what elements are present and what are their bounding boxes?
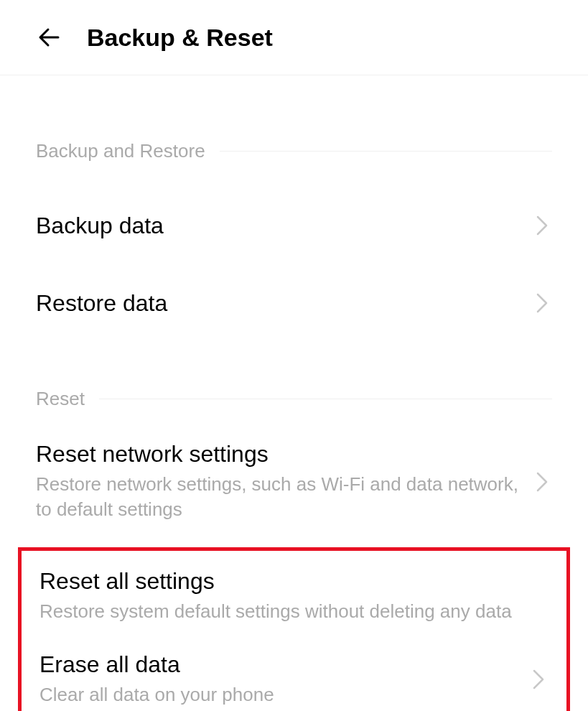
chevron-right-icon: [528, 669, 549, 689]
section-header-reset-label: Reset: [36, 388, 99, 410]
back-button[interactable]: [32, 20, 67, 55]
chevron-right-icon: [532, 293, 552, 313]
item-reset-all-title: Reset all settings: [39, 568, 549, 595]
section-header-backup-label: Backup and Restore: [36, 140, 220, 162]
item-erase-all-title: Erase all data: [39, 651, 521, 678]
item-reset-network[interactable]: Reset network settings Restore network s…: [0, 441, 588, 522]
item-reset-network-subtitle: Restore network settings, such as Wi-Fi …: [36, 472, 525, 522]
item-backup-data[interactable]: Backup data: [0, 205, 588, 246]
item-reset-all-subtitle: Restore system default settings without …: [39, 599, 549, 624]
item-backup-data-title: Backup data: [36, 213, 525, 239]
page-title: Backup & Reset: [87, 24, 273, 52]
item-restore-data-title: Restore data: [36, 290, 525, 317]
item-reset-all[interactable]: Reset all settings Restore system defaul…: [22, 568, 566, 624]
header-bar: Backup & Reset: [0, 0, 588, 75]
item-erase-all[interactable]: Erase all data Clear all data on your ph…: [22, 651, 566, 707]
section-divider: [220, 151, 552, 152]
item-erase-all-subtitle: Clear all data on your phone: [39, 682, 521, 707]
section-divider: [99, 399, 552, 399]
chevron-right-icon: [532, 215, 552, 236]
section-header-reset: Reset: [0, 388, 588, 416]
chevron-right-icon: [532, 472, 552, 492]
arrow-left-icon: [35, 23, 64, 52]
item-reset-network-title: Reset network settings: [36, 441, 525, 468]
item-restore-data[interactable]: Restore data: [0, 283, 588, 323]
content-area: Backup and Restore Backup data Restore d…: [0, 75, 588, 711]
highlight-box: Reset all settings Restore system defaul…: [18, 547, 570, 711]
section-header-backup: Backup and Restore: [0, 140, 588, 168]
